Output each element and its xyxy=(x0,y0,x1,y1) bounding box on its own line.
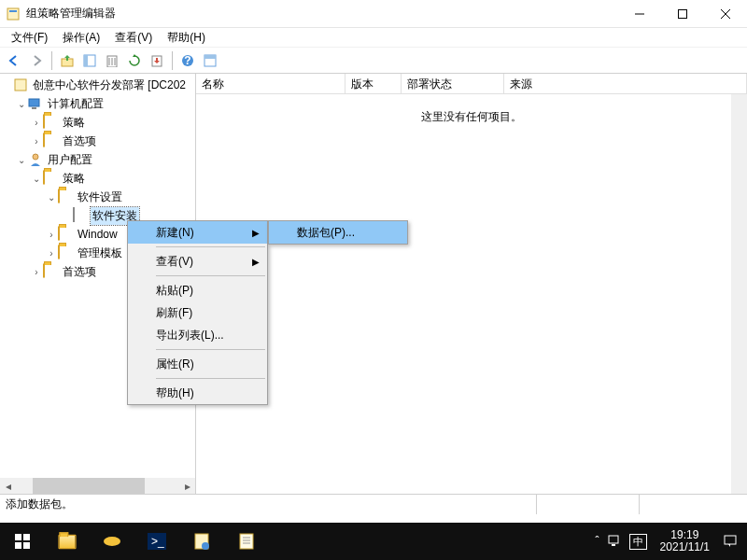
svg-rect-37 xyxy=(725,536,736,544)
ctx-package[interactable]: 数据包(P)... xyxy=(269,221,407,244)
tree-user-config[interactable]: ⌄ 用户配置 xyxy=(0,150,195,169)
window-title: 组策略管理编辑器 xyxy=(26,6,618,21)
tray-clock[interactable]: 19:19 2021/11/1 xyxy=(655,529,715,553)
tree-policies-user[interactable]: ⌄ 策略 xyxy=(0,169,195,188)
menu-view[interactable]: 查看(V) xyxy=(107,28,160,48)
ctx-separator xyxy=(156,275,265,276)
tree-expander[interactable]: ⌄ xyxy=(15,99,28,109)
col-source[interactable]: 来源 xyxy=(504,74,747,93)
title-bar: 组策略管理编辑器 xyxy=(0,0,747,28)
tree-preferences[interactable]: › 首选项 xyxy=(0,132,195,150)
context-submenu: 数据包(P)... xyxy=(268,220,408,245)
taskbar-app[interactable] xyxy=(90,523,134,560)
svg-rect-19 xyxy=(29,99,39,106)
forward-button[interactable] xyxy=(26,50,47,71)
folder-icon xyxy=(43,171,58,186)
ctx-view[interactable]: 查看(V) ▶ xyxy=(128,250,267,273)
svg-point-26 xyxy=(104,537,120,546)
tree-expander[interactable]: › xyxy=(30,136,43,147)
taskbar-powershell[interactable]: >_ xyxy=(134,523,179,560)
svg-rect-3 xyxy=(679,9,687,18)
folder-icon xyxy=(43,264,58,279)
tray-ime[interactable]: 中 xyxy=(629,534,647,550)
ctx-help[interactable]: 帮助(H) xyxy=(128,382,267,404)
taskbar-gpedit[interactable] xyxy=(179,523,224,560)
list-header: 名称 版本 部署状态 来源 xyxy=(196,74,747,94)
svg-rect-22 xyxy=(15,534,21,540)
tree-computer-config[interactable]: ⌄ 计算机配置 xyxy=(0,94,195,113)
gpo-icon xyxy=(13,77,28,92)
tree-expander[interactable]: ⌄ xyxy=(45,192,58,203)
svg-rect-31 xyxy=(240,534,253,549)
taskbar-explorer[interactable] xyxy=(45,523,90,560)
folder-icon xyxy=(43,133,58,148)
tree-root[interactable]: ▾ 创意中心软件分发部署 [DC202 xyxy=(0,76,195,94)
up-button[interactable] xyxy=(57,50,78,71)
tray-notifications-icon[interactable] xyxy=(723,533,738,551)
back-button[interactable] xyxy=(4,50,24,71)
tree-expander[interactable]: ⌄ xyxy=(30,174,43,184)
tray-chevron-icon[interactable]: ˆ xyxy=(596,535,599,548)
menu-action[interactable]: 操作(A) xyxy=(55,28,107,48)
tree-expander[interactable]: › xyxy=(30,118,43,128)
show-hide-tree-button[interactable] xyxy=(79,50,100,71)
tree-hscrollbar[interactable]: ◂▸ xyxy=(0,478,195,494)
svg-rect-20 xyxy=(32,107,36,109)
svg-text:?: ? xyxy=(184,54,190,67)
svg-rect-24 xyxy=(15,542,21,549)
folder-icon xyxy=(58,245,73,260)
system-tray: ˆ 中 19:19 2021/11/1 xyxy=(596,529,747,553)
submenu-arrow-icon: ▶ xyxy=(252,228,260,238)
menu-bar: 文件(F) 操作(A) 查看(V) 帮助(H) xyxy=(0,28,747,48)
toolbar-separator xyxy=(51,51,52,70)
tree-expander[interactable]: ⌄ xyxy=(15,155,28,165)
main-area: ▾ 创意中心软件分发部署 [DC202 ⌄ 计算机配置 › 策略 › 首选项 ⌄… xyxy=(0,74,747,494)
col-version[interactable]: 版本 xyxy=(345,74,402,93)
tree-software-settings[interactable]: ⌄ 软件设置 xyxy=(0,188,195,206)
tree-expander[interactable]: › xyxy=(45,248,58,259)
menu-file[interactable]: 文件(F) xyxy=(4,28,55,48)
refresh-button[interactable] xyxy=(124,50,145,71)
start-button[interactable] xyxy=(0,523,45,560)
ctx-paste[interactable]: 粘贴(P) xyxy=(128,279,267,301)
ctx-separator xyxy=(156,349,265,350)
export-button[interactable] xyxy=(147,50,167,71)
svg-rect-8 xyxy=(84,55,88,66)
list-vscrollbar[interactable] xyxy=(731,94,747,494)
minimize-button[interactable] xyxy=(618,0,661,28)
delete-button[interactable] xyxy=(102,50,122,71)
svg-point-21 xyxy=(33,154,38,160)
ctx-refresh[interactable]: 刷新(F) xyxy=(128,301,267,324)
list-panel: 名称 版本 部署状态 来源 这里没有任何项目。 xyxy=(196,74,747,494)
folder-icon xyxy=(58,227,73,242)
svg-text:>_: >_ xyxy=(151,535,164,548)
status-bar: 添加数据包。 xyxy=(0,494,747,514)
user-icon xyxy=(28,152,43,167)
ctx-separator xyxy=(156,378,265,379)
svg-rect-35 xyxy=(609,536,618,543)
ctx-properties[interactable]: 属性(R) xyxy=(128,353,267,375)
ctx-export-list[interactable]: 导出列表(L)... xyxy=(128,324,267,346)
menu-help[interactable]: 帮助(H) xyxy=(160,28,213,48)
close-button[interactable] xyxy=(704,0,747,28)
toolbar: ? xyxy=(0,48,747,74)
status-text: 添加数据包。 xyxy=(6,497,73,512)
tray-network-icon[interactable] xyxy=(607,534,622,550)
col-deploy-state[interactable]: 部署状态 xyxy=(402,74,504,93)
maximize-button[interactable] xyxy=(661,0,704,28)
col-name[interactable]: 名称 xyxy=(196,74,345,93)
ctx-new[interactable]: 新建(N) ▶ xyxy=(128,221,267,244)
tree-expander[interactable]: › xyxy=(30,267,43,277)
svg-rect-1 xyxy=(9,10,17,12)
tree-policies[interactable]: › 策略 xyxy=(0,113,195,132)
tree-expander[interactable]: › xyxy=(45,230,58,240)
taskbar-notepad[interactable] xyxy=(224,523,269,560)
installer-icon xyxy=(73,208,88,223)
submenu-arrow-icon: ▶ xyxy=(252,257,260,267)
taskbar: >_ ˆ 中 19:19 2021/11/1 xyxy=(0,523,747,560)
folder-icon xyxy=(43,115,58,130)
help-button[interactable]: ? xyxy=(177,50,198,71)
svg-point-30 xyxy=(202,542,209,550)
svg-rect-17 xyxy=(204,55,216,59)
options-button[interactable] xyxy=(200,50,220,71)
